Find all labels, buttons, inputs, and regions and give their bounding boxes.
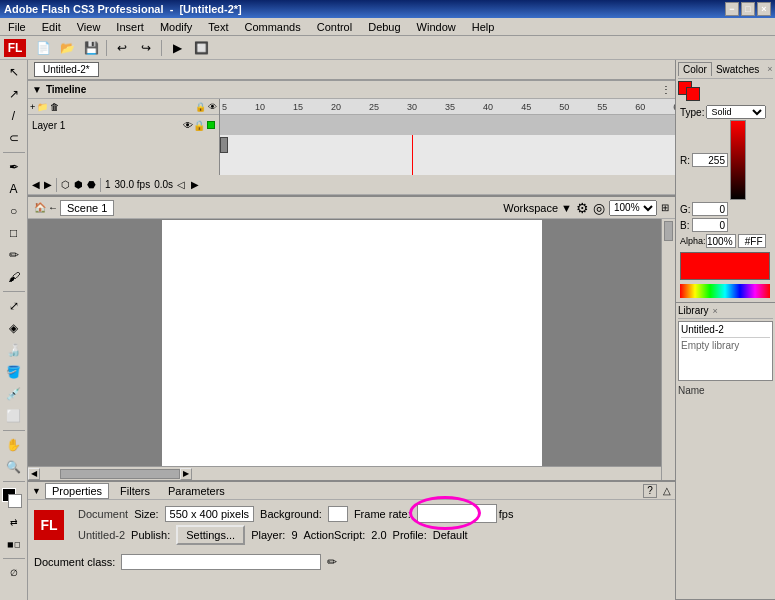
zoom-select[interactable]: 100% 50% 200%	[609, 200, 657, 216]
menu-debug[interactable]: Debug	[364, 20, 404, 34]
timeline-arrow-right[interactable]: ▶	[44, 179, 52, 190]
no-color[interactable]: ∅	[3, 563, 25, 583]
menu-commands[interactable]: Commands	[240, 20, 304, 34]
delete-keyframe-btn[interactable]: ⬣	[87, 179, 96, 190]
edit-class-btn[interactable]: ✏	[327, 555, 337, 569]
g-input[interactable]	[692, 202, 728, 216]
line-tool[interactable]: /	[3, 106, 25, 126]
canvas-area[interactable]: ◀ ▶	[28, 219, 675, 480]
hex-input[interactable]	[738, 234, 766, 248]
timeline-options-btn[interactable]: ⋮	[661, 84, 671, 95]
new-button[interactable]: 📄	[32, 38, 54, 58]
color-panel-close[interactable]: ×	[767, 64, 772, 74]
delete-layer-btn[interactable]: 🗑	[50, 102, 59, 112]
menu-view[interactable]: View	[73, 20, 105, 34]
text-tool[interactable]: A	[3, 179, 25, 199]
collapse-timeline-btn[interactable]: ▼	[32, 84, 42, 95]
menu-modify[interactable]: Modify	[156, 20, 196, 34]
props-help-btn[interactable]: ?	[643, 484, 657, 498]
scene-tab[interactable]: Scene 1	[60, 200, 114, 216]
timeline-arrow-left[interactable]: ◀	[32, 179, 40, 190]
zoom-tool[interactable]: 🔍	[3, 457, 25, 477]
scrollbar-thumb-h[interactable]	[60, 469, 180, 479]
home-icon[interactable]: 🏠	[34, 202, 46, 213]
b-input[interactable]	[692, 218, 728, 232]
scrollbar-thumb-v[interactable]	[664, 221, 673, 241]
insert-blank-keyframe-btn[interactable]: ⬢	[74, 179, 83, 190]
doc-tab-label[interactable]: Untitled-2*	[34, 62, 99, 77]
layer-eye-btn[interactable]: 👁	[183, 120, 193, 131]
scroll-right-arrow[interactable]: ▶	[180, 468, 192, 480]
layer-lock-btn[interactable]: 🔒	[193, 120, 205, 131]
add-folder-btn[interactable]: 📁	[37, 102, 48, 112]
menu-help[interactable]: Help	[468, 20, 499, 34]
library-close[interactable]: ×	[713, 306, 718, 316]
prev-frame-btn[interactable]: ◁	[177, 179, 185, 190]
menu-text[interactable]: Text	[204, 20, 232, 34]
fill-swatch-preview[interactable]	[686, 87, 700, 101]
swatches-tab[interactable]: Swatches	[712, 63, 763, 76]
menu-file[interactable]: File	[4, 20, 30, 34]
menu-edit[interactable]: Edit	[38, 20, 65, 34]
ink-bottle-tool[interactable]: 🍶	[3, 340, 25, 360]
default-colors[interactable]: ◼◻	[3, 534, 25, 554]
brush-tool[interactable]: 🖌	[3, 267, 25, 287]
save-button[interactable]: 💾	[80, 38, 102, 58]
hide-all-btn[interactable]: 👁	[208, 102, 217, 112]
doc-class-input[interactable]	[121, 554, 321, 570]
panel-collapse-btn[interactable]: ▼	[32, 486, 41, 496]
edit-symbols-btn[interactable]: ◎	[593, 200, 605, 216]
hue-gradient-bar[interactable]	[680, 284, 770, 298]
play-btn[interactable]: ▶	[191, 179, 199, 190]
menu-insert[interactable]: Insert	[112, 20, 148, 34]
timeline-frames[interactable]	[220, 135, 675, 175]
debug-button[interactable]: ▶	[166, 38, 188, 58]
keyframe[interactable]	[220, 137, 228, 153]
publish-settings-btn[interactable]: Settings...	[176, 525, 245, 545]
free-transform-tool[interactable]: ⤢	[3, 296, 25, 316]
workspace-dropdown[interactable]: Workspace ▼	[503, 202, 572, 214]
color-type-select[interactable]: Solid Linear Radial	[706, 105, 766, 119]
swap-colors[interactable]: ⇄	[3, 512, 25, 532]
snap-button[interactable]: 🔲	[190, 38, 212, 58]
fit-page-btn[interactable]: ⊞	[661, 202, 669, 213]
minimize-button[interactable]: −	[725, 2, 739, 16]
tab-filters[interactable]: Filters	[113, 483, 157, 499]
back-icon[interactable]: ←	[48, 202, 58, 213]
hand-tool[interactable]: ✋	[3, 435, 25, 455]
redo-button[interactable]: ↪	[135, 38, 157, 58]
props-expand-btn[interactable]: △	[663, 485, 671, 496]
layer-name[interactable]: Layer 1	[32, 120, 183, 131]
eyedropper-tool[interactable]: 💉	[3, 384, 25, 404]
add-layer-btn[interactable]: +	[30, 102, 35, 112]
lasso-tool[interactable]: ⊂	[3, 128, 25, 148]
tab-properties[interactable]: Properties	[45, 483, 109, 499]
undo-button[interactable]: ↩	[111, 38, 133, 58]
color-tab[interactable]: Color	[678, 62, 712, 76]
close-button[interactable]: ×	[757, 2, 771, 16]
fill-transform-tool[interactable]: ◈	[3, 318, 25, 338]
subselect-tool[interactable]: ↗	[3, 84, 25, 104]
menu-control[interactable]: Control	[313, 20, 356, 34]
edit-scene-btn[interactable]: ⚙	[576, 200, 589, 216]
r-input[interactable]	[692, 153, 728, 167]
canvas-scrollbar-horizontal[interactable]: ◀ ▶	[28, 466, 661, 480]
scroll-left-arrow[interactable]: ◀	[28, 468, 40, 480]
lock-all-btn[interactable]: 🔒	[195, 102, 206, 112]
frame-rate-input[interactable]: 30	[417, 504, 497, 523]
oval-tool[interactable]: ○	[3, 201, 25, 221]
paint-bucket-tool[interactable]: 🪣	[3, 362, 25, 382]
canvas-scrollbar-vertical[interactable]	[661, 219, 675, 480]
menu-window[interactable]: Window	[413, 20, 460, 34]
maximize-button[interactable]: □	[741, 2, 755, 16]
fill-color-swatch[interactable]	[8, 494, 22, 508]
tab-parameters[interactable]: Parameters	[161, 483, 232, 499]
rect-tool[interactable]: □	[3, 223, 25, 243]
arrow-tool[interactable]: ↖	[3, 62, 25, 82]
bg-color-swatch[interactable]	[328, 506, 348, 522]
r-gradient-bar[interactable]	[730, 120, 746, 200]
pencil-tool[interactable]: ✏	[3, 245, 25, 265]
pen-tool[interactable]: ✒	[3, 157, 25, 177]
insert-keyframe-btn[interactable]: ⬡	[61, 179, 70, 190]
eraser-tool[interactable]: ⬜	[3, 406, 25, 426]
